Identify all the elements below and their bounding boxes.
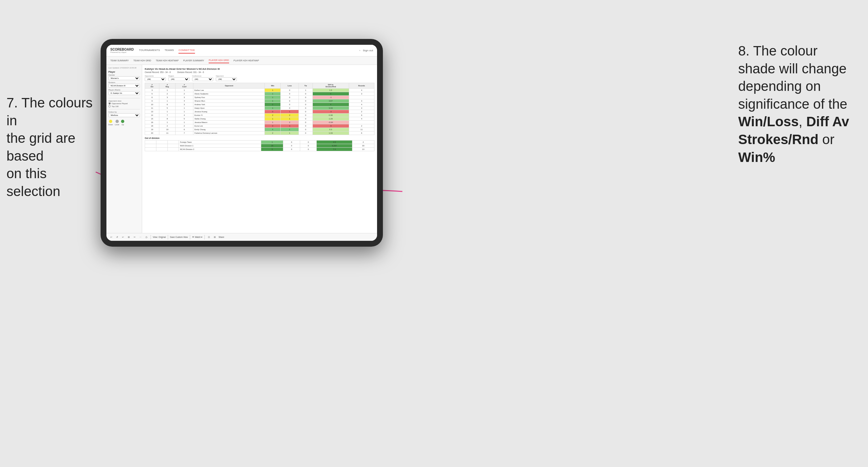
filter-conference-select[interactable]: (All) <box>192 77 213 81</box>
cell-conf: 1 <box>175 106 193 110</box>
toolbar-cut[interactable]: ✂ <box>132 235 137 239</box>
sidebar-gender-select[interactable]: Women's <box>108 76 140 80</box>
out-of-division-header: Out of division <box>145 137 374 139</box>
cell-div: 5 <box>145 92 159 96</box>
filter-opponent-select[interactable]: (All) <box>216 77 237 81</box>
cell-div: 15 <box>145 117 159 121</box>
sub-nav-player-summary[interactable]: PLAYER SUMMARY <box>183 58 205 63</box>
sub-nav-player-h2h-grid[interactable]: PLAYER H2H GRID <box>209 58 229 63</box>
cell-win: 1 <box>265 117 280 121</box>
cell-reg: 8 <box>159 117 175 121</box>
table-row: 18 2 2 Euna Lee 0 3 0 -5 2 <box>145 124 374 128</box>
cell-diff-av: 4.5 <box>317 141 352 144</box>
toolbar-grid[interactable]: ⊞ <box>127 235 131 239</box>
table-row: 13 1 1 Jessica Huang 0 1 0 -3 2 <box>145 110 374 114</box>
cell-loss: 1 <box>280 128 299 131</box>
cell-opponent: Stella Cheng <box>193 117 265 121</box>
toolbar-clock[interactable]: ◷ <box>144 235 149 239</box>
cell-opponent: Federica Domecq Lacroze <box>193 131 265 135</box>
col-loss: Loss <box>280 83 299 89</box>
toolbar-back[interactable]: ↩ <box>121 235 125 239</box>
toolbar-share[interactable]: Share <box>218 236 224 238</box>
toolbar-save-custom[interactable]: Save Custom View <box>170 236 188 238</box>
cell-diff-av: 3.33 <box>312 106 349 110</box>
toolbar-watch[interactable]: 👁 Watch ▾ <box>192 236 203 239</box>
cell-loss: 0 <box>283 148 300 151</box>
toolbar-redo[interactable]: ↺ <box>115 235 119 239</box>
sidebar-division-select[interactable]: NCAA Division III <box>108 84 140 88</box>
sidebar-player-rank-select[interactable]: 8. Katelyn Vo <box>108 91 140 95</box>
toolbar-more[interactable]: ··· <box>138 235 143 239</box>
filter-region-select[interactable]: (All) <box>168 77 189 81</box>
cell-conf: 5 <box>175 117 193 121</box>
radio-opponents-played[interactable]: Opponents Played <box>108 102 140 104</box>
table-row: 16 1 1 Jessica Mason 1 2 0 -0.94 <box>145 121 374 124</box>
sidebar-colour-by-label: Colour by <box>108 111 140 113</box>
sub-nav-player-h2h-heatmap[interactable]: PLAYER H2H HEATMAP <box>234 58 259 63</box>
sign-out-button[interactable]: Sign out <box>363 48 373 53</box>
cell-diff-av: 1.33 <box>312 131 349 135</box>
ood-table-row: NCAA Division 2 5 0 0 7.4 10 <box>145 148 374 151</box>
radio-top100[interactable]: Top 100 <box>108 105 140 107</box>
cell-conf: 2 <box>175 124 193 128</box>
cell-rounds: 9 <box>349 114 374 117</box>
toolbar-undo[interactable]: ↩ <box>109 235 114 239</box>
filter-opponents-select[interactable]: (All) <box>145 77 166 81</box>
col-div: #Div <box>145 83 159 89</box>
cell-opponent: Sydney Kuo <box>193 96 265 99</box>
nav-right: › Sign out <box>360 48 373 53</box>
tablet-frame: SCOREBOARD Powered by clippd TOURNAMENTS… <box>101 39 383 247</box>
annotation-left: 7. The colours in the grid are based on … <box>6 94 94 200</box>
cell-reg <box>156 148 167 151</box>
toolbar-layout[interactable]: ⊞ <box>213 235 217 239</box>
cell-tie: 0 <box>299 99 312 103</box>
cell-reg: 10 <box>159 128 175 131</box>
filter-conference: Conference (All) <box>192 75 213 81</box>
sub-nav-team-summary[interactable]: TEAM SUMMARY <box>110 58 129 63</box>
cell-opponent: Andrea York <box>193 103 265 106</box>
sub-nav-team-h2h-grid[interactable]: TEAM H2H GRID <box>133 58 151 63</box>
toolbar-export[interactable]: ⊡ <box>207 235 211 239</box>
cell-reg: 2 <box>159 92 175 96</box>
cell-win: 0 <box>265 124 280 128</box>
nav-tournaments[interactable]: TOURNAMENTS <box>139 48 160 54</box>
cell-tie: 0 <box>299 114 312 117</box>
cell-div <box>145 148 156 151</box>
cell-opponent: Alexis Sudjianto <box>193 92 265 96</box>
col-tie: Tie <box>299 83 312 89</box>
cell-loss: 3 <box>280 124 299 128</box>
sub-nav: TEAM SUMMARY TEAM H2H GRID TEAM H2H HEAT… <box>106 57 377 65</box>
cell-win: 0 <box>265 110 280 114</box>
cell-win: 1 <box>265 99 280 103</box>
cell-diff-av: 4 <box>312 92 349 96</box>
cell-rounds <box>349 96 374 99</box>
sidebar-opponent-view-label: Opponent view <box>108 100 140 102</box>
sidebar: Last Updated: 27/03/2024 16:55:38 Player… <box>106 65 142 233</box>
col-rounds: Rounds <box>349 83 374 89</box>
legend-dot-down <box>109 120 112 123</box>
cell-conf: 7 <box>175 131 193 135</box>
cell-opponent: Euna Lee <box>193 124 265 128</box>
overall-record: Overall Record: 353 - 34 - 6 <box>145 71 171 73</box>
col-conf: #Conf <box>175 83 193 89</box>
nav-committee[interactable]: COMMITTEE <box>179 48 195 54</box>
logo: SCOREBOARD Powered by clippd <box>110 48 134 53</box>
cell-win: 5 <box>261 148 283 151</box>
table-row: 6 3 3 Sydney Kuo 1 0 0 -1 <box>145 96 374 99</box>
cell-rounds: 2 <box>349 124 374 128</box>
nav-teams[interactable]: TEAMS <box>164 48 174 54</box>
col-diff-av: Diff AvStrokes/Rnd <box>312 83 349 89</box>
toolbar-view-original[interactable]: View: Original <box>153 236 166 238</box>
sidebar-colour-by-select[interactable]: Win/loss <box>108 113 140 117</box>
filter-row: Opponents: (All) Region (All) Conference <box>145 75 374 81</box>
cell-reg: 1 <box>159 110 175 114</box>
cell-rounds: 3 <box>349 92 374 96</box>
sub-nav-team-h2h-heatmap[interactable]: TEAM H2H HEATMAP <box>156 58 179 63</box>
cell-div: 6 <box>145 96 159 99</box>
cell-rounds: 4 <box>349 103 374 106</box>
cell-conf: 1 <box>175 110 193 114</box>
cell-tie: 0 <box>299 110 312 114</box>
cell-loss: 0 <box>280 103 299 106</box>
cell-rounds: 2 <box>352 141 374 144</box>
legend-down: Down <box>108 120 113 126</box>
